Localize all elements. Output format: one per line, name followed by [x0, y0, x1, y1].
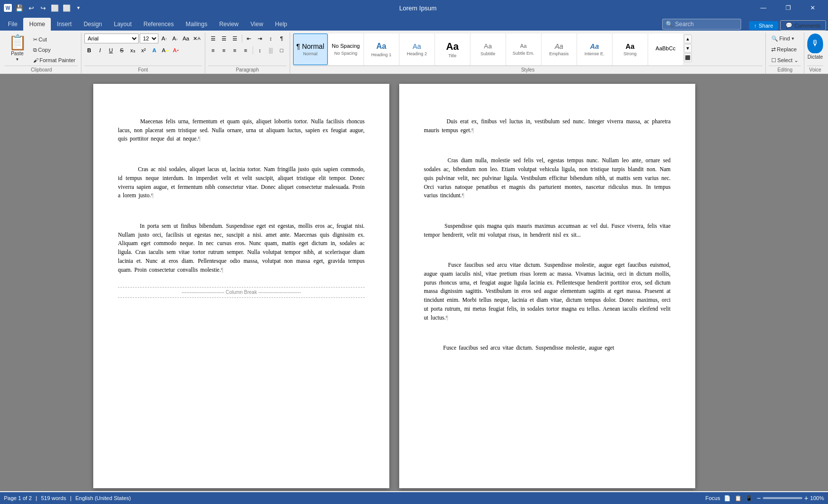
qa-extra-1[interactable]: ⬜: [49, 2, 60, 13]
grow-font-button[interactable]: A↑: [159, 34, 169, 43]
para-r4: Fusce faucibus sed arcu vitae dictum. Su…: [424, 252, 671, 331]
editing-content: 🔍 Find ▼ ⇄ Replace ☐ Select ⌄: [769, 34, 801, 66]
copy-button[interactable]: ⧉ Copy: [31, 45, 78, 55]
view-mobile-icon[interactable]: 📱: [746, 495, 753, 502]
gallery-scroll-down[interactable]: ▼: [684, 44, 692, 53]
save-button[interactable]: 💾: [14, 2, 25, 13]
shrink-font-button[interactable]: A↓: [170, 34, 180, 43]
zoom-out-icon[interactable]: −: [756, 494, 760, 502]
search-input[interactable]: [675, 21, 734, 28]
qa-more[interactable]: ▼: [73, 2, 84, 13]
style-normal-label: Normal: [303, 51, 317, 56]
style-heading2[interactable]: Aa Heading 2: [400, 34, 434, 65]
format-painter-button[interactable]: 🖌 Format Painter: [31, 55, 78, 65]
strikethrough-button[interactable]: S: [117, 45, 127, 55]
view-print-icon[interactable]: 📄: [724, 495, 731, 502]
redo-button[interactable]: ↪: [38, 2, 48, 13]
style-emphasis-preview: Aa: [555, 42, 563, 51]
zoom-level: 100%: [810, 495, 824, 501]
select-icon: ☐: [771, 57, 776, 64]
style-normal[interactable]: ¶ Normal Normal: [293, 34, 328, 65]
style-aabbcc[interactable]: AaBbCc: [648, 34, 683, 65]
line-spacing-button[interactable]: ↕: [255, 45, 265, 55]
italic-button[interactable]: I: [95, 45, 105, 55]
subscript-button[interactable]: x₂: [128, 45, 138, 55]
style-intense-e[interactable]: Aa Intense E.: [577, 34, 612, 65]
align-left-button[interactable]: ≡: [208, 45, 218, 55]
undo-button[interactable]: ↩: [26, 2, 37, 13]
clipboard-label: Clipboard: [5, 66, 78, 73]
replace-button[interactable]: ⇄ Replace: [769, 44, 799, 54]
tab-file[interactable]: File: [2, 18, 23, 31]
maximize-button[interactable]: ❐: [777, 0, 799, 16]
tab-mailings[interactable]: Mailings: [180, 18, 213, 31]
style-subtitle[interactable]: Aa Subtitle: [471, 34, 505, 65]
shading-button[interactable]: ░: [266, 45, 276, 55]
bullets-button[interactable]: ☰: [208, 34, 218, 43]
zoom-in-icon[interactable]: +: [804, 494, 808, 502]
tab-insert[interactable]: Insert: [51, 18, 77, 31]
font-family-select[interactable]: Arial: [84, 34, 139, 43]
numbering-button[interactable]: ☰: [219, 34, 229, 43]
view-web-icon[interactable]: 📋: [735, 495, 742, 502]
voice-content: 🎙 Dictate: [807, 34, 823, 66]
text-highlight-button[interactable]: A▬: [160, 45, 170, 55]
show-hide-button[interactable]: ¶: [277, 34, 287, 43]
focus-button[interactable]: Focus: [706, 495, 720, 501]
select-button[interactable]: ☐ Select ⌄: [769, 55, 801, 65]
close-button[interactable]: ✕: [801, 0, 824, 16]
clear-formatting-button[interactable]: ✕A: [192, 34, 202, 43]
document-area[interactable]: Maecenas felis urna, fermentum et quam q…: [0, 74, 828, 491]
tab-help[interactable]: Help: [269, 18, 293, 31]
font-color-button[interactable]: A▼: [171, 45, 181, 55]
tab-layout[interactable]: Layout: [108, 18, 138, 31]
comments-icon: 💬: [786, 22, 792, 29]
page-indicator: Page 1 of 2: [4, 495, 32, 501]
comments-button[interactable]: 💬 Comments: [780, 20, 826, 31]
gallery-expand[interactable]: ⬛: [684, 53, 692, 62]
clipboard-content: 📋 Paste ▼ ✂ Cut ⧉ Copy 🖌 Format Painter: [5, 34, 78, 66]
share-button[interactable]: ↑ Share: [749, 21, 778, 30]
style-no-spacing[interactable]: No Spacing No Spacing: [329, 34, 363, 65]
underline-button[interactable]: U: [106, 45, 116, 55]
style-heading1[interactable]: Aa Heading 1: [364, 34, 399, 65]
tab-review[interactable]: Review: [213, 18, 244, 31]
sort-button[interactable]: ↕: [266, 34, 276, 43]
style-title[interactable]: Aa Title: [435, 34, 470, 65]
align-right-button[interactable]: ≡: [230, 45, 240, 55]
multilevel-button[interactable]: ☰: [230, 34, 240, 43]
style-subtle-em[interactable]: Aa Subtle Em.: [506, 34, 541, 65]
increase-indent-button[interactable]: ⇥: [255, 34, 265, 43]
style-emphasis[interactable]: Aa Emphasis: [542, 34, 576, 65]
cut-button[interactable]: ✂ Cut: [31, 35, 78, 44]
border-button[interactable]: □: [277, 45, 287, 55]
gallery-scroll-up[interactable]: ▲: [684, 35, 692, 43]
center-button[interactable]: ≡: [219, 45, 229, 55]
zoom-slider[interactable]: [763, 497, 802, 499]
dictate-button[interactable]: 🎙 Dictate: [807, 34, 823, 60]
justify-button[interactable]: ≡: [241, 45, 251, 55]
minimize-button[interactable]: —: [752, 0, 775, 16]
font-size-select[interactable]: 12: [140, 34, 158, 43]
style-strong[interactable]: Aa Strong: [613, 34, 647, 65]
text-effects-button[interactable]: A: [150, 45, 159, 55]
tab-home[interactable]: Home: [23, 18, 51, 31]
styles-label: Styles: [293, 66, 763, 73]
tab-view[interactable]: View: [245, 18, 269, 31]
paste-button[interactable]: 📋 Paste ▼: [5, 34, 30, 63]
style-heading2-preview: Aa: [413, 42, 421, 51]
tab-references[interactable]: References: [138, 18, 180, 31]
search-box[interactable]: 🔍: [662, 19, 741, 30]
find-button[interactable]: 🔍 Find ▼: [769, 34, 797, 43]
paste-dropdown-icon: ▼: [15, 57, 19, 62]
superscript-button[interactable]: x²: [139, 45, 149, 55]
voice-group: 🎙 Dictate Voice: [804, 33, 826, 73]
tab-design[interactable]: Design: [77, 18, 108, 31]
para-row-2: ≡ ≡ ≡ ≡ ↕ ░ □: [208, 45, 287, 55]
change-case-button[interactable]: Aa: [181, 34, 191, 43]
para-2: Cras ac nisl sodales, aliquet lacus ut, …: [118, 156, 365, 209]
qa-extra-2[interactable]: ⬜: [61, 2, 72, 13]
bold-button[interactable]: B: [84, 45, 94, 55]
status-divider-1: |: [36, 495, 37, 501]
decrease-indent-button[interactable]: ⇤: [244, 34, 254, 43]
